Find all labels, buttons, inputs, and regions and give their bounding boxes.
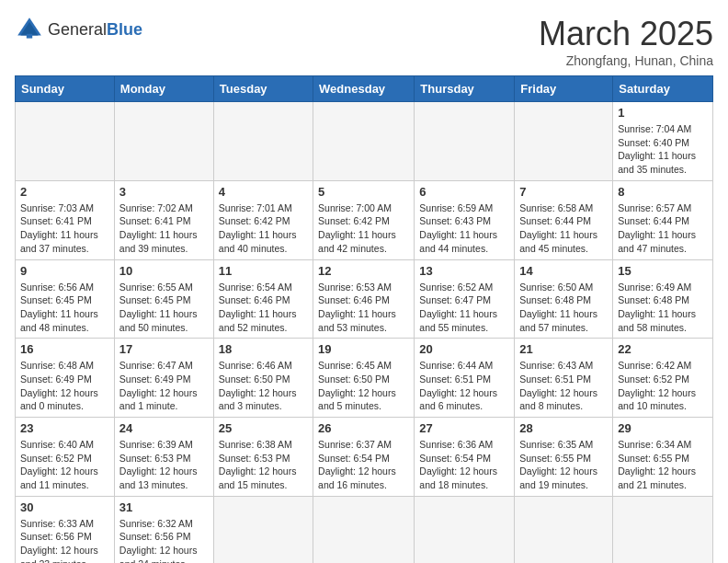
logo: GeneralBlue (15, 15, 142, 44)
weekday-header-row: SundayMondayTuesdayWednesdayThursdayFrid… (16, 76, 713, 102)
day-number: 3 (119, 185, 209, 199)
day-info: Sunrise: 6:39 AM Sunset: 6:53 PM Dayligh… (119, 438, 209, 492)
day-number: 14 (519, 264, 608, 278)
weekday-header-wednesday: Wednesday (313, 76, 415, 102)
day-number: 24 (119, 421, 209, 435)
day-info: Sunrise: 6:54 AM Sunset: 6:46 PM Dayligh… (219, 281, 308, 335)
calendar-cell: 19Sunrise: 6:45 AM Sunset: 6:50 PM Dayli… (313, 339, 415, 418)
calendar-cell: 28Sunrise: 6:35 AM Sunset: 6:55 PM Dayli… (515, 418, 613, 497)
day-info: Sunrise: 6:55 AM Sunset: 6:45 PM Dayligh… (119, 281, 209, 335)
calendar-cell: 16Sunrise: 6:48 AM Sunset: 6:49 PM Dayli… (16, 339, 115, 418)
day-number: 9 (20, 264, 109, 278)
calendar-cell (313, 496, 415, 563)
day-number: 6 (419, 185, 509, 199)
svg-rect-2 (27, 34, 32, 39)
day-number: 21 (519, 342, 608, 356)
day-number: 20 (419, 342, 509, 356)
day-info: Sunrise: 6:37 AM Sunset: 6:54 PM Dayligh… (318, 438, 409, 492)
calendar-cell (16, 102, 115, 181)
calendar-cell: 21Sunrise: 6:43 AM Sunset: 6:51 PM Dayli… (515, 339, 613, 418)
calendar-cell: 20Sunrise: 6:44 AM Sunset: 6:51 PM Dayli… (415, 339, 515, 418)
day-info: Sunrise: 7:01 AM Sunset: 6:42 PM Dayligh… (219, 201, 308, 256)
calendar-cell: 8Sunrise: 6:57 AM Sunset: 6:44 PM Daylig… (613, 180, 713, 259)
day-info: Sunrise: 6:57 AM Sunset: 6:44 PM Dayligh… (618, 201, 708, 256)
weekday-header-monday: Monday (114, 76, 213, 102)
calendar-cell: 13Sunrise: 6:52 AM Sunset: 6:47 PM Dayli… (415, 259, 515, 339)
day-info: Sunrise: 7:03 AM Sunset: 6:41 PM Dayligh… (20, 201, 109, 256)
weekday-header-tuesday: Tuesday (213, 76, 313, 102)
calendar-cell: 7Sunrise: 6:58 AM Sunset: 6:44 PM Daylig… (515, 180, 613, 259)
day-info: Sunrise: 6:56 AM Sunset: 6:45 PM Dayligh… (20, 281, 109, 335)
calendar-cell: 23Sunrise: 6:40 AM Sunset: 6:52 PM Dayli… (16, 418, 115, 497)
logo-icon (15, 15, 44, 44)
day-info: Sunrise: 7:02 AM Sunset: 6:41 PM Dayligh… (119, 201, 209, 256)
calendar-cell: 1Sunrise: 7:04 AM Sunset: 6:40 PM Daylig… (613, 102, 713, 181)
day-info: Sunrise: 6:42 AM Sunset: 6:52 PM Dayligh… (618, 359, 708, 413)
calendar-week-row: 1Sunrise: 7:04 AM Sunset: 6:40 PM Daylig… (16, 102, 713, 181)
calendar-week-row: 16Sunrise: 6:48 AM Sunset: 6:49 PM Dayli… (16, 339, 713, 418)
day-number: 19 (318, 342, 409, 356)
day-number: 18 (219, 342, 308, 356)
calendar-week-row: 23Sunrise: 6:40 AM Sunset: 6:52 PM Dayli… (16, 418, 713, 497)
weekday-header-sunday: Sunday (16, 76, 115, 102)
calendar-cell: 22Sunrise: 6:42 AM Sunset: 6:52 PM Dayli… (613, 339, 713, 418)
calendar-cell: 17Sunrise: 6:47 AM Sunset: 6:49 PM Dayli… (114, 339, 213, 418)
day-number: 26 (318, 421, 409, 435)
day-number: 8 (618, 185, 708, 199)
calendar-cell: 6Sunrise: 6:59 AM Sunset: 6:43 PM Daylig… (415, 180, 515, 259)
day-number: 1 (618, 106, 708, 120)
day-info: Sunrise: 6:59 AM Sunset: 6:43 PM Dayligh… (419, 201, 509, 256)
day-number: 30 (20, 500, 109, 514)
month-title: March 2025 (539, 15, 713, 53)
day-info: Sunrise: 6:50 AM Sunset: 6:48 PM Dayligh… (519, 281, 608, 335)
calendar-week-row: 9Sunrise: 6:56 AM Sunset: 6:45 PM Daylig… (16, 259, 713, 339)
calendar-cell: 3Sunrise: 7:02 AM Sunset: 6:41 PM Daylig… (114, 180, 213, 259)
day-number: 25 (219, 421, 308, 435)
calendar-cell: 26Sunrise: 6:37 AM Sunset: 6:54 PM Dayli… (313, 418, 415, 497)
calendar-cell: 29Sunrise: 6:34 AM Sunset: 6:55 PM Dayli… (613, 418, 713, 497)
calendar-cell (515, 102, 613, 181)
day-number: 28 (519, 421, 608, 435)
calendar-week-row: 2Sunrise: 7:03 AM Sunset: 6:41 PM Daylig… (16, 180, 713, 259)
day-number: 2 (20, 185, 109, 199)
day-number: 23 (20, 421, 109, 435)
day-info: Sunrise: 6:38 AM Sunset: 6:53 PM Dayligh… (219, 438, 308, 492)
calendar-cell (613, 496, 713, 563)
calendar-cell: 2Sunrise: 7:03 AM Sunset: 6:41 PM Daylig… (16, 180, 115, 259)
calendar-cell: 24Sunrise: 6:39 AM Sunset: 6:53 PM Dayli… (114, 418, 213, 497)
calendar-cell: 27Sunrise: 6:36 AM Sunset: 6:54 PM Dayli… (415, 418, 515, 497)
calendar-cell (313, 102, 415, 181)
day-number: 17 (119, 342, 209, 356)
day-info: Sunrise: 6:58 AM Sunset: 6:44 PM Dayligh… (519, 201, 608, 256)
day-info: Sunrise: 6:34 AM Sunset: 6:55 PM Dayligh… (618, 438, 708, 492)
day-number: 22 (618, 342, 708, 356)
day-info: Sunrise: 6:35 AM Sunset: 6:55 PM Dayligh… (519, 438, 608, 492)
day-info: Sunrise: 6:45 AM Sunset: 6:50 PM Dayligh… (318, 359, 409, 413)
weekday-header-thursday: Thursday (415, 76, 515, 102)
day-info: Sunrise: 7:00 AM Sunset: 6:42 PM Dayligh… (318, 201, 409, 256)
calendar-cell: 10Sunrise: 6:55 AM Sunset: 6:45 PM Dayli… (114, 259, 213, 339)
day-info: Sunrise: 6:40 AM Sunset: 6:52 PM Dayligh… (20, 438, 109, 492)
calendar-table: SundayMondayTuesdayWednesdayThursdayFrid… (15, 75, 713, 563)
day-info: Sunrise: 6:43 AM Sunset: 6:51 PM Dayligh… (519, 359, 608, 413)
day-number: 27 (419, 421, 509, 435)
calendar-cell: 30Sunrise: 6:33 AM Sunset: 6:56 PM Dayli… (16, 496, 115, 563)
calendar-cell (415, 102, 515, 181)
calendar-cell (515, 496, 613, 563)
calendar-cell (213, 496, 313, 563)
calendar-cell (415, 496, 515, 563)
day-info: Sunrise: 6:52 AM Sunset: 6:47 PM Dayligh… (419, 281, 509, 335)
calendar-cell: 14Sunrise: 6:50 AM Sunset: 6:48 PM Dayli… (515, 259, 613, 339)
calendar-cell (213, 102, 313, 181)
day-number: 29 (618, 421, 708, 435)
day-number: 5 (318, 185, 409, 199)
day-number: 13 (419, 264, 509, 278)
day-number: 7 (519, 185, 608, 199)
calendar-cell: 18Sunrise: 6:46 AM Sunset: 6:50 PM Dayli… (213, 339, 313, 418)
day-number: 15 (618, 264, 708, 278)
day-number: 10 (119, 264, 209, 278)
location-subtitle: Zhongfang, Hunan, China (539, 53, 713, 68)
weekday-header-saturday: Saturday (613, 76, 713, 102)
page-header: GeneralBlue March 2025 Zhongfang, Hunan,… (15, 15, 713, 68)
calendar-cell: 25Sunrise: 6:38 AM Sunset: 6:53 PM Dayli… (213, 418, 313, 497)
